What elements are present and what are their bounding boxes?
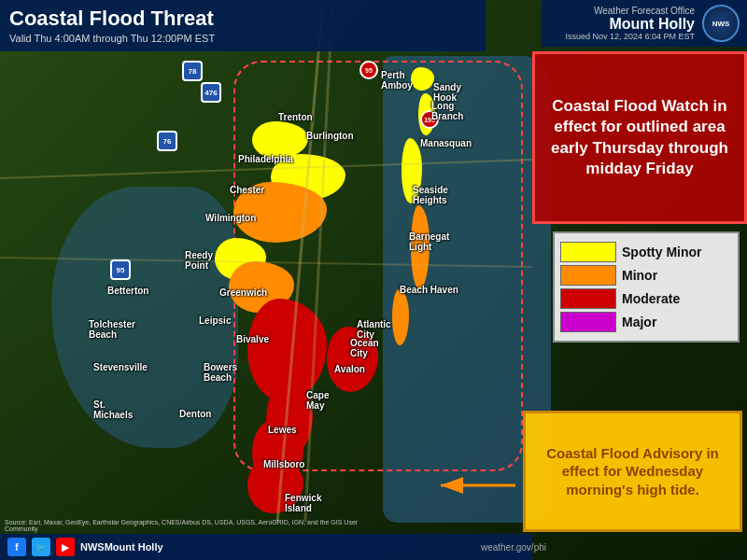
nws-header: Weather Forecast Office Mount Holly Issu… [542, 0, 747, 47]
legend-label-minor: Minor [622, 268, 657, 283]
label-avalon: Avalon [334, 364, 365, 374]
label-beach-haven: Beach Haven [400, 285, 458, 295]
legend-label-spotty: Spotty Minor [622, 245, 702, 259]
legend-item-minor: Minor [560, 265, 732, 286]
label-fenwick-island: FenwickIsland [285, 493, 321, 513]
twitter-icon: 🐦 [32, 538, 50, 556]
label-bowers-beach: BowersBeach [204, 362, 237, 383]
label-philadelphia: Philadelphia [238, 154, 293, 164]
label-barnegat-light: BarnegatLight [409, 231, 449, 252]
legend-item-spotty: Spotty Minor [560, 242, 732, 262]
label-trenton: Trenton [278, 112, 313, 122]
label-wilmington: Wilmington [205, 213, 256, 223]
label-betterton: Betterton [107, 286, 148, 296]
label-bivalve: Bivalve [236, 334, 269, 344]
label-cape-may: CapeMay [306, 390, 329, 411]
label-reedy-point: ReedyPoint [185, 250, 213, 271]
label-tolchester: TolchesterBeach [89, 319, 135, 340]
social-handle: NWSMount Holly [80, 541, 163, 553]
label-greenwich: Greenwich [219, 287, 267, 298]
advisory-text: Coastal Flood Advisory in effect for Wed… [533, 444, 732, 499]
legend-label-major: Major [622, 315, 656, 329]
route-78: 78 [182, 61, 203, 81]
wfo-label: Weather Forecast Office [565, 6, 695, 16]
route-76: 76 [157, 131, 177, 151]
label-st-michaels: St.Michaels [93, 399, 133, 420]
nws-logo: NWS [702, 5, 740, 42]
label-perth-amboy: PerthAmboy [381, 70, 413, 91]
main-title: Coastal Flood Threat [9, 7, 476, 30]
advisory-arrow-container [436, 471, 520, 499]
label-manasquan: Manasquan [420, 138, 472, 148]
label-sandy-hook: SandyHook [433, 82, 461, 103]
source-text: Source: Esri, Maxar, GeoEye, Earthstar G… [5, 519, 378, 532]
swatch-major [560, 312, 616, 332]
nws-location: Mount Holly [565, 16, 695, 33]
legend-box: Spotty Minor Minor Moderate Major [553, 231, 740, 343]
label-ocean-city: OceanCity [350, 338, 379, 358]
advisory-box: Coastal Flood Advisory in effect for Wed… [523, 411, 742, 532]
label-chester: Chester [230, 185, 264, 195]
website-url: weather.gov/phi [481, 542, 546, 553]
label-denton: Denton [179, 409, 211, 419]
label-atlantic-city: AtlanticCity [357, 319, 391, 340]
route-95-north: 95 [359, 61, 378, 79]
swatch-spotty-minor [560, 242, 616, 262]
swatch-moderate [560, 288, 616, 309]
label-leipsic: Leipsic [199, 315, 231, 326]
header-panel: Coastal Flood Threat Valid Thu 4:00AM th… [0, 0, 486, 51]
valid-time: Valid Thu 4:00AM through Thu 12:00PM EST [9, 33, 476, 44]
legend-item-major: Major [560, 312, 732, 332]
main-container: 78 476 76 95 95 195 PerthAmboy SandyHook… [0, 0, 747, 560]
footer-bar: f 🐦 ▶ NWSMount Holly [0, 534, 532, 560]
label-seaside-heights: SeasideHeights [413, 185, 448, 205]
nws-info: Weather Forecast Office Mount Holly Issu… [565, 6, 695, 42]
label-long-branch: LongBranch [431, 101, 463, 121]
watch-box: Coastal Flood Watch in effect for outlin… [532, 51, 747, 224]
label-lewes: Lewes [268, 425, 297, 435]
swatch-minor [560, 265, 616, 286]
legend-label-moderate: Moderate [622, 291, 680, 306]
issued-time: Issued Nov 12, 2024 6:04 PM EST [565, 32, 695, 41]
facebook-icon: f [7, 538, 26, 556]
route-95-south: 95 [110, 259, 131, 280]
legend-item-moderate: Moderate [560, 288, 732, 309]
label-burlington: Burlington [306, 131, 354, 141]
label-millsboro: Millsboro [263, 459, 304, 469]
youtube-icon: ▶ [56, 538, 75, 556]
watch-text: Coastal Flood Watch in effect for outlin… [544, 96, 735, 178]
route-476: 476 [201, 82, 221, 103]
advisory-arrow-svg [436, 471, 520, 499]
label-stevensville: Stevensville [93, 362, 148, 372]
